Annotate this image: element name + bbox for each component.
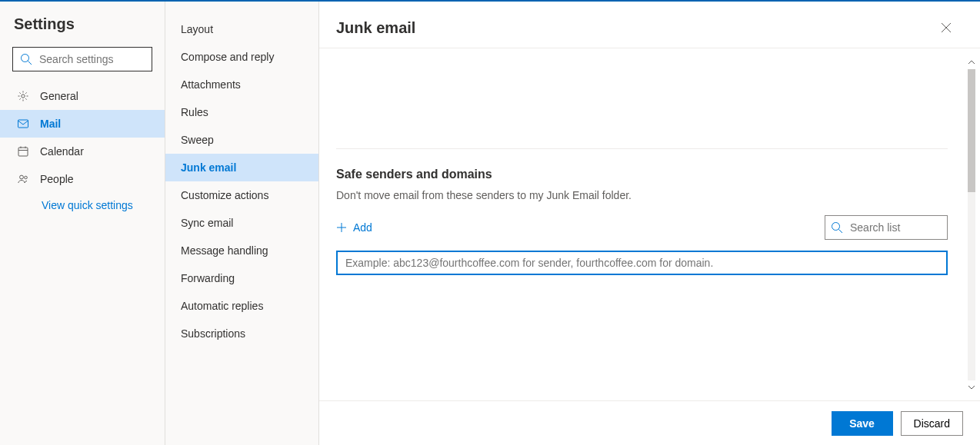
search-list-wrap xyxy=(825,215,948,240)
svg-line-15 xyxy=(839,230,843,234)
subnav-layout[interactable]: Layout xyxy=(165,15,318,43)
subnav-customize-actions[interactable]: Customize actions xyxy=(165,181,318,209)
discard-button[interactable]: Discard xyxy=(901,411,963,436)
subnav-attachments[interactable]: Attachments xyxy=(165,71,318,98)
scroll-down-arrow-icon xyxy=(968,384,975,391)
calendar-icon xyxy=(17,145,29,158)
svg-point-2 xyxy=(22,95,25,98)
svg-point-8 xyxy=(20,175,24,179)
nav-item-people[interactable]: People xyxy=(0,165,165,193)
subnav-automatic-replies[interactable]: Automatic replies xyxy=(165,292,318,320)
subnav-subscriptions[interactable]: Subscriptions xyxy=(165,320,318,347)
search-icon xyxy=(831,221,843,234)
add-search-row: Add xyxy=(336,215,948,240)
vertical-scrollbar[interactable] xyxy=(968,58,975,391)
svg-point-9 xyxy=(25,176,28,179)
subnav-sync-email[interactable]: Sync email xyxy=(165,209,318,237)
save-button[interactable]: Save xyxy=(832,411,893,436)
subnav-forwarding[interactable]: Forwarding xyxy=(165,264,318,292)
close-button[interactable] xyxy=(934,15,958,40)
nav-label: Mail xyxy=(40,118,61,130)
subnav-sweep[interactable]: Sweep xyxy=(165,126,318,154)
sender-domain-input[interactable] xyxy=(336,251,948,275)
app-root: Settings General Mail Calendar xyxy=(0,2,980,445)
people-icon xyxy=(17,173,29,185)
nav-item-calendar[interactable]: Calendar xyxy=(0,138,165,165)
plus-icon xyxy=(336,222,347,233)
close-icon xyxy=(941,22,952,33)
main-panel: Junk email Safe senders and domains Don'… xyxy=(319,2,980,445)
search-icon xyxy=(20,53,32,65)
svg-line-1 xyxy=(28,61,32,65)
add-sender-button[interactable]: Add xyxy=(336,221,372,234)
subnav-rules[interactable]: Rules xyxy=(165,98,318,126)
main-footer: Save Discard xyxy=(319,400,980,445)
subnav-junk-email[interactable]: Junk email xyxy=(165,154,318,181)
add-label: Add xyxy=(353,221,372,234)
safe-senders-desc: Don't move email from these senders to m… xyxy=(336,189,948,201)
settings-title: Settings xyxy=(14,15,165,33)
page-title: Junk email xyxy=(336,19,415,37)
section-divider xyxy=(336,148,948,149)
svg-rect-3 xyxy=(18,120,28,128)
nav-item-mail[interactable]: Mail xyxy=(0,110,165,138)
nav-item-general[interactable]: General xyxy=(0,82,165,110)
scrollbar-thumb[interactable] xyxy=(968,69,975,192)
view-quick-settings-link[interactable]: View quick settings xyxy=(42,199,165,211)
search-list-input[interactable] xyxy=(825,215,948,240)
gear-icon xyxy=(17,90,29,102)
nav-label: General xyxy=(40,90,78,102)
settings-sidebar: Settings General Mail Calendar xyxy=(0,2,165,445)
mail-subnav: Layout Compose and reply Attachments Rul… xyxy=(165,2,319,445)
main-header: Junk email xyxy=(319,2,980,48)
main-body: Safe senders and domains Don't move emai… xyxy=(319,48,980,400)
mail-icon xyxy=(17,118,29,130)
subnav-message-handling[interactable]: Message handling xyxy=(165,237,318,264)
svg-point-0 xyxy=(22,55,29,62)
svg-point-14 xyxy=(832,223,840,231)
subnav-compose-and-reply[interactable]: Compose and reply xyxy=(165,43,318,71)
search-settings-input[interactable] xyxy=(12,47,152,71)
svg-rect-4 xyxy=(18,148,28,156)
nav-label: People xyxy=(40,173,74,185)
nav-label: Calendar xyxy=(40,145,84,158)
scroll-up-arrow-icon xyxy=(968,58,975,66)
search-settings-wrap xyxy=(12,47,152,71)
safe-senders-heading: Safe senders and domains xyxy=(336,168,948,181)
